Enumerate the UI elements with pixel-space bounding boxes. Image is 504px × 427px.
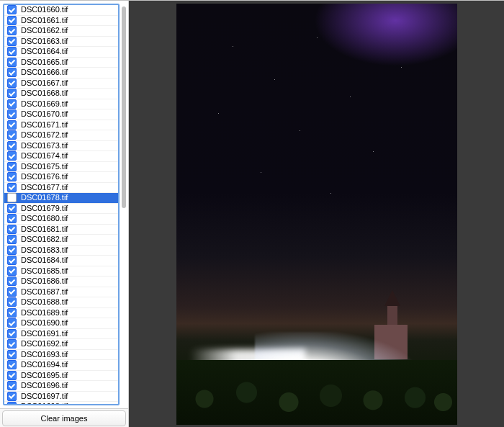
- file-checkbox[interactable]: [7, 58, 17, 67]
- file-row[interactable]: DSC01664.tif: [4, 47, 118, 58]
- file-row[interactable]: DSC01665.tif: [4, 58, 118, 68]
- file-row[interactable]: DSC01680.tif: [4, 214, 118, 225]
- file-checkbox[interactable]: [7, 37, 17, 46]
- file-row[interactable]: DSC01696.tif: [4, 381, 118, 392]
- file-label: DSC01677.tif: [21, 184, 68, 192]
- file-checkbox[interactable]: [7, 78, 17, 88]
- file-row[interactable]: DSC01674.tif: [4, 151, 118, 162]
- file-checkbox[interactable]: [7, 339, 17, 349]
- file-checkbox[interactable]: [7, 47, 17, 56]
- file-checkbox[interactable]: [7, 225, 17, 234]
- file-label: DSC01691.tif: [21, 330, 68, 338]
- file-checkbox[interactable]: [7, 350, 17, 359]
- file-checkbox[interactable]: [7, 318, 17, 328]
- file-label: DSC01689.tif: [21, 309, 68, 317]
- file-checkbox[interactable]: [7, 172, 17, 181]
- file-checkbox[interactable]: [7, 204, 17, 213]
- file-label: DSC01668.tif: [21, 89, 68, 97]
- app-window: DSC01660.tifDSC01661.tifDSC01662.tifDSC0…: [0, 0, 504, 427]
- file-row[interactable]: DSC01682.tif: [4, 235, 118, 246]
- file-row[interactable]: DSC01683.tif: [4, 246, 118, 256]
- file-checkbox[interactable]: [7, 297, 17, 307]
- file-row[interactable]: DSC01689.tif: [4, 308, 118, 319]
- file-row[interactable]: DSC01670.tif: [4, 109, 118, 120]
- file-checkbox[interactable]: [7, 120, 17, 130]
- file-row[interactable]: DSC01661.tif: [4, 16, 118, 27]
- file-checkbox[interactable]: [7, 246, 17, 255]
- file-row[interactable]: DSC01685.tif: [4, 266, 118, 277]
- file-checkbox[interactable]: [7, 214, 17, 223]
- file-row[interactable]: DSC01673.tif: [4, 141, 118, 152]
- file-row[interactable]: DSC01667.tif: [4, 78, 118, 89]
- file-checkbox[interactable]: [7, 193, 17, 202]
- file-label: DSC01680.tif: [21, 215, 68, 223]
- image-preview-pane: [129, 1, 504, 427]
- file-checkbox[interactable]: [7, 360, 17, 369]
- file-sidebar: DSC01660.tifDSC01661.tifDSC01662.tifDSC0…: [0, 1, 129, 427]
- file-checkbox[interactable]: [7, 308, 17, 318]
- file-label: DSC01661.tif: [21, 17, 68, 24]
- file-row[interactable]: DSC01672.tif: [4, 130, 118, 141]
- file-row[interactable]: DSC01691.tif: [4, 329, 118, 340]
- file-checkbox[interactable]: [7, 89, 17, 98]
- file-list[interactable]: DSC01660.tifDSC01661.tifDSC01662.tifDSC0…: [3, 4, 120, 405]
- file-label: DSC01681.tif: [21, 225, 68, 233]
- file-row[interactable]: DSC01676.tif: [4, 172, 118, 183]
- file-checkbox[interactable]: [7, 16, 17, 25]
- file-row[interactable]: DSC01690.tif: [4, 318, 118, 329]
- file-row[interactable]: DSC01669.tif: [4, 99, 118, 110]
- file-row[interactable]: DSC01677.tif: [4, 183, 118, 194]
- file-checkbox[interactable]: [7, 151, 17, 161]
- file-row[interactable]: DSC01686.tif: [4, 277, 118, 287]
- file-checkbox[interactable]: [7, 256, 17, 265]
- file-checkbox[interactable]: [7, 266, 17, 276]
- file-row[interactable]: DSC01662.tif: [4, 26, 118, 37]
- file-checkbox[interactable]: [7, 392, 17, 401]
- file-row[interactable]: DSC01681.tif: [4, 225, 118, 235]
- file-label: DSC01675.tif: [21, 163, 68, 171]
- clear-images-button[interactable]: Clear images: [2, 410, 126, 426]
- file-checkbox[interactable]: [7, 329, 17, 338]
- file-checkbox[interactable]: [7, 141, 17, 150]
- file-row[interactable]: DSC01660.tif: [4, 5, 118, 16]
- file-row[interactable]: DSC01663.tif: [4, 37, 118, 48]
- file-row[interactable]: DSC01671.tif: [4, 120, 118, 131]
- file-row[interactable]: DSC01688.tif: [4, 297, 118, 308]
- file-row[interactable]: DSC01697.tif: [4, 392, 118, 403]
- file-checkbox[interactable]: [7, 109, 17, 119]
- file-row[interactable]: DSC01695.tif: [4, 371, 118, 382]
- file-row[interactable]: DSC01679.tif: [4, 204, 118, 215]
- file-row[interactable]: DSC01668.tif: [4, 89, 118, 99]
- file-checkbox[interactable]: [7, 402, 17, 405]
- file-row[interactable]: DSC01684.tif: [4, 256, 118, 266]
- file-label: DSC01673.tif: [21, 142, 68, 150]
- file-checkbox[interactable]: [7, 162, 17, 171]
- file-checkbox[interactable]: [7, 277, 17, 286]
- file-row[interactable]: DSC01666.tif: [4, 68, 118, 78]
- file-checkbox[interactable]: [7, 235, 17, 244]
- file-label: DSC01694.tif: [21, 361, 68, 369]
- file-row[interactable]: DSC01687.tif: [4, 287, 118, 298]
- file-row[interactable]: DSC01694.tif: [4, 360, 118, 371]
- file-row[interactable]: DSC01693.tif: [4, 350, 118, 361]
- file-checkbox[interactable]: [7, 26, 17, 35]
- file-label: DSC01662.tif: [21, 27, 68, 35]
- file-label: DSC01696.tif: [21, 382, 68, 390]
- file-checkbox[interactable]: [7, 68, 17, 77]
- file-checkbox[interactable]: [7, 287, 17, 297]
- file-checkbox[interactable]: [7, 381, 17, 390]
- file-checkbox[interactable]: [7, 130, 17, 140]
- file-row[interactable]: DSC01698.tif: [4, 402, 118, 405]
- file-label: DSC01663.tif: [21, 37, 68, 45]
- file-row[interactable]: DSC01692.tif: [4, 339, 118, 350]
- file-row[interactable]: DSC01678.tif: [4, 193, 118, 204]
- scrollbar-thumb[interactable]: [122, 6, 126, 208]
- file-label: DSC01660.tif: [21, 6, 68, 14]
- file-checkbox[interactable]: [7, 5, 17, 14]
- file-checkbox[interactable]: [7, 371, 17, 380]
- file-label: DSC01678.tif: [21, 194, 68, 202]
- file-row[interactable]: DSC01675.tif: [4, 162, 118, 173]
- file-checkbox[interactable]: [7, 183, 17, 192]
- file-label: DSC01679.tif: [21, 204, 68, 212]
- file-checkbox[interactable]: [7, 99, 17, 109]
